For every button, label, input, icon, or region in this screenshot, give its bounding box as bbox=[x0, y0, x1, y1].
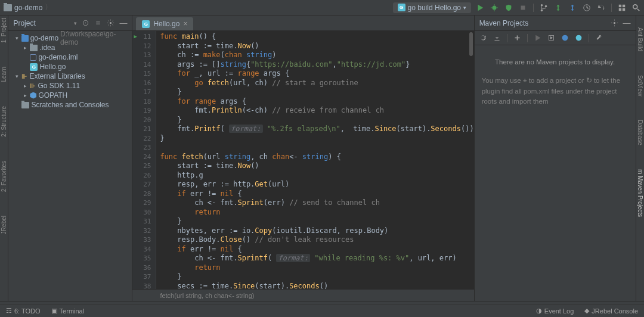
svg-rect-9 bbox=[623, 8, 625, 10]
run-icon[interactable] bbox=[476, 4, 484, 12]
hide-icon[interactable]: — bbox=[119, 18, 127, 27]
folder-icon bbox=[4, 4, 12, 11]
tree-item[interactable]: Scratches and Consoles bbox=[8, 100, 132, 110]
revert-icon[interactable] bbox=[597, 4, 605, 12]
rail-jrebel[interactable]: JRebel bbox=[1, 216, 7, 234]
project-name: go-demo bbox=[14, 4, 42, 12]
tab-label: Hello.go bbox=[153, 20, 179, 28]
editor-tabs: G Hello.go × bbox=[132, 15, 473, 31]
chevron-down-icon[interactable]: ▾ bbox=[74, 20, 77, 26]
debug-icon[interactable] bbox=[490, 4, 499, 12]
run-icon[interactable] bbox=[534, 34, 541, 42]
maven-title: Maven Projects bbox=[479, 19, 606, 27]
status-jrebel[interactable]: ◆ JRebel Console bbox=[584, 307, 638, 315]
status-terminal[interactable]: ▣ Terminal bbox=[51, 307, 85, 315]
rail-learn[interactable]: Learn bbox=[1, 67, 7, 82]
project-pane-header: Project ▾ — bbox=[8, 15, 132, 31]
rail-ant[interactable]: Ant Build bbox=[637, 27, 643, 51]
download-icon[interactable] bbox=[493, 34, 501, 42]
rail-favorites[interactable]: 2: Favorites bbox=[1, 161, 7, 192]
git-branch-icon[interactable] bbox=[540, 4, 548, 12]
history-icon[interactable] bbox=[583, 4, 591, 12]
code-editor[interactable]: ▶ 11121314151617181920212223242526272829… bbox=[132, 31, 473, 289]
run-gutter-icon[interactable]: ▶ bbox=[134, 32, 137, 42]
execute-icon[interactable] bbox=[547, 34, 555, 42]
add-icon[interactable]: + bbox=[523, 77, 527, 84]
refresh-icon[interactable] bbox=[479, 34, 487, 42]
right-tool-rail: Ant Build SciView Database m Maven Proje… bbox=[636, 15, 644, 301]
svg-point-2 bbox=[541, 4, 543, 6]
svg-point-17 bbox=[575, 35, 581, 41]
search-icon[interactable] bbox=[632, 4, 640, 12]
editor-area: G Hello.go × ▶ 1112131415161718192021222… bbox=[132, 15, 473, 301]
chevron-down-icon: ▾ bbox=[463, 5, 466, 11]
run-configuration-selector[interactable]: G go build Hello.go ▾ bbox=[393, 2, 471, 13]
svg-point-0 bbox=[493, 5, 497, 10]
git-pull-icon[interactable] bbox=[568, 4, 577, 12]
close-icon[interactable]: × bbox=[183, 20, 187, 28]
rail-maven[interactable]: m Maven Projects bbox=[637, 169, 643, 217]
maven-empty-text: There are no Maven projects to display. bbox=[482, 57, 628, 67]
left-tool-rail: 1: Project Learn 2: Structure 2: Favorit… bbox=[0, 15, 8, 301]
project-structure-icon[interactable] bbox=[618, 4, 626, 12]
navigation-bar: go-demo 〉 G go build Hello.go ▾ bbox=[0, 0, 644, 15]
tree-item[interactable]: ▾⊪External Libraries bbox=[8, 72, 132, 81]
svg-point-4 bbox=[545, 5, 547, 7]
tree-item[interactable]: go-demo.iml bbox=[8, 52, 132, 62]
code-content[interactable]: func main() { start := time.Now() ch := … bbox=[156, 31, 473, 289]
toggle-skip-icon[interactable] bbox=[561, 34, 569, 42]
tree-item[interactable]: ▸GOPATH bbox=[8, 91, 132, 100]
maven-hint: You may use + to add a project or ↻ to l… bbox=[482, 76, 628, 107]
svg-point-10 bbox=[633, 4, 637, 8]
svg-rect-8 bbox=[619, 8, 621, 10]
go-icon: G bbox=[142, 20, 150, 28]
tree-item[interactable]: GHello.go bbox=[8, 62, 132, 72]
svg-point-3 bbox=[541, 9, 543, 11]
project-tree[interactable]: ▾go-demo D:\workspace\go-demo▸.ideago-de… bbox=[8, 31, 132, 301]
status-todo[interactable]: ☶ 6: TODO bbox=[6, 307, 41, 315]
rail-project[interactable]: 1: Project bbox=[1, 18, 7, 43]
tab-hello[interactable]: G Hello.go × bbox=[136, 17, 193, 30]
svg-point-12 bbox=[85, 23, 86, 24]
tree-item[interactable]: ▾go-demo D:\workspace\go-demo bbox=[8, 33, 132, 43]
add-icon[interactable] bbox=[513, 34, 521, 42]
rail-structure[interactable]: 2: Structure bbox=[1, 106, 7, 137]
scrollbar[interactable] bbox=[469, 32, 473, 56]
maven-toolbar bbox=[475, 31, 636, 45]
status-eventlog[interactable]: ◑ Event Log bbox=[536, 307, 574, 315]
refresh-icon[interactable]: ↻ bbox=[586, 77, 592, 84]
maven-tool-window: Maven Projects — There are no Maven proj… bbox=[474, 15, 636, 301]
coverage-icon[interactable] bbox=[504, 4, 513, 12]
rail-database[interactable]: Database bbox=[637, 120, 643, 145]
svg-rect-6 bbox=[619, 4, 621, 7]
gutter[interactable]: ▶ 11121314151617181920212223242526272829… bbox=[132, 31, 156, 289]
tree-item[interactable]: ▸⊪Go SDK 1.11 bbox=[8, 81, 132, 91]
svg-rect-7 bbox=[623, 4, 625, 7]
git-commit-icon[interactable] bbox=[554, 4, 562, 12]
breadcrumb[interactable]: go-demo 〉 bbox=[4, 2, 52, 13]
gear-icon[interactable] bbox=[611, 19, 618, 27]
go-icon: G bbox=[398, 4, 405, 11]
project-pane-title[interactable]: Project bbox=[13, 19, 69, 27]
gear-icon[interactable] bbox=[107, 19, 114, 27]
collapse-icon[interactable] bbox=[94, 19, 102, 27]
svg-rect-1 bbox=[521, 5, 525, 10]
rail-sciview[interactable]: SciView bbox=[637, 75, 643, 96]
editor-breadcrumb[interactable]: fetch(url string, ch chan<- string) bbox=[132, 289, 473, 301]
svg-point-13 bbox=[110, 22, 112, 24]
maven-pane-header: Maven Projects — bbox=[475, 15, 636, 31]
hide-icon[interactable]: — bbox=[623, 18, 631, 27]
svg-point-14 bbox=[613, 22, 615, 24]
run-config-label: go build Hello.go bbox=[408, 4, 461, 12]
maven-body: There are no Maven projects to display. … bbox=[475, 45, 636, 301]
offline-icon[interactable] bbox=[575, 34, 583, 42]
stop-icon[interactable] bbox=[519, 4, 527, 12]
target-icon[interactable] bbox=[82, 19, 89, 27]
wrench-icon[interactable] bbox=[595, 34, 603, 42]
svg-point-16 bbox=[562, 35, 568, 41]
status-bar: ☶ 6: TODO ▣ Terminal ◑ Event Log ◆ JRebe… bbox=[0, 304, 644, 317]
project-tool-window: Project ▾ — ▾go-demo D:\workspace\go-dem… bbox=[8, 15, 132, 301]
